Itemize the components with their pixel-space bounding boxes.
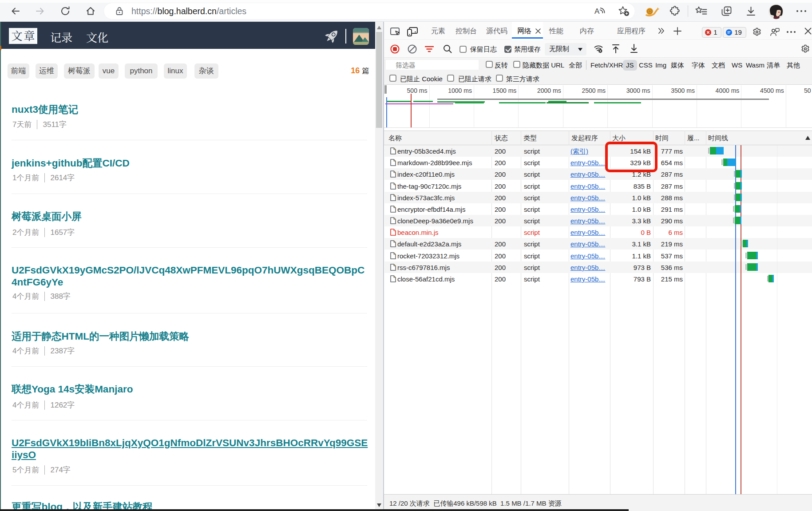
svg-text:A: A: [594, 7, 600, 16]
